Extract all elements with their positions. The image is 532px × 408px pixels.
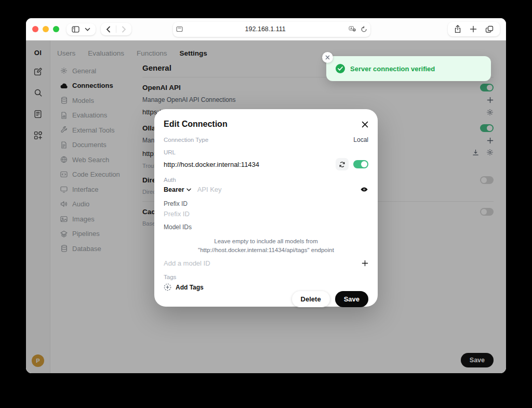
auth-type-value: Bearer: [164, 186, 184, 193]
browser-toolbar: 192.168.1.111: [26, 18, 506, 41]
connection-type-value[interactable]: Local: [353, 136, 368, 143]
add-tags-button[interactable]: Add Tags: [164, 283, 368, 291]
minimize-window-button[interactable]: [43, 26, 49, 32]
reload-icon[interactable]: [361, 26, 367, 33]
model-ids-hint: Leave empty to include all models from "…: [164, 237, 368, 254]
refresh-icon[interactable]: [336, 158, 349, 170]
modal-title: Edit Connection: [164, 120, 228, 129]
prefix-id-label: Prefix ID: [164, 200, 368, 207]
share-icon[interactable]: [454, 25, 461, 33]
back-button[interactable]: [106, 26, 111, 33]
tags-label: Tags: [164, 274, 368, 280]
page-content: OI P Users Evaluations Functions Setting…: [26, 41, 506, 373]
forward-button[interactable]: [122, 26, 126, 33]
url-text[interactable]: 192.168.1.111: [191, 25, 340, 33]
browser-window: 192.168.1.111 OI: [26, 18, 506, 373]
url-label: URL: [164, 149, 368, 155]
toast-message: Server connection verified: [350, 65, 435, 73]
chevron-down-icon[interactable]: [85, 28, 90, 31]
delete-button[interactable]: Delete: [292, 291, 330, 307]
toast-close-icon[interactable]: [322, 52, 333, 63]
check-circle-icon: [336, 64, 345, 73]
close-window-button[interactable]: [32, 26, 38, 32]
prefix-id-input[interactable]: [164, 210, 368, 218]
add-tags-label: Add Tags: [176, 284, 204, 291]
eye-icon[interactable]: [360, 186, 368, 193]
auth-label: Auth: [164, 177, 368, 183]
api-key-input[interactable]: [197, 186, 354, 193]
tab-overview-icon[interactable]: [485, 25, 494, 33]
modal-save-button[interactable]: Save: [335, 291, 368, 307]
url-enabled-toggle[interactable]: [353, 160, 368, 169]
model-ids-label: Model IDs: [164, 223, 368, 231]
toast-notification: Server connection verified: [326, 56, 491, 81]
sidebar-toggle-icon[interactable]: [72, 26, 79, 33]
close-icon[interactable]: [362, 121, 368, 128]
window-controls: [32, 26, 59, 32]
add-model-id-input[interactable]: [164, 259, 356, 267]
edit-connection-modal: Edit Connection Connection Type Local UR…: [154, 109, 378, 307]
dashed-plus-icon: [164, 283, 171, 291]
auth-type-select[interactable]: Bearer: [164, 186, 191, 193]
url-input[interactable]: [164, 161, 331, 168]
new-tab-icon[interactable]: [470, 25, 477, 33]
address-bar[interactable]: 192.168.1.111: [173, 22, 370, 37]
add-model-id-icon[interactable]: [362, 260, 368, 267]
connection-type-label: Connection Type: [164, 137, 208, 143]
page-format-icon[interactable]: [176, 26, 191, 32]
zoom-window-button[interactable]: [53, 26, 59, 32]
translate-icon[interactable]: [349, 26, 356, 33]
chevron-down-icon: [187, 188, 191, 191]
